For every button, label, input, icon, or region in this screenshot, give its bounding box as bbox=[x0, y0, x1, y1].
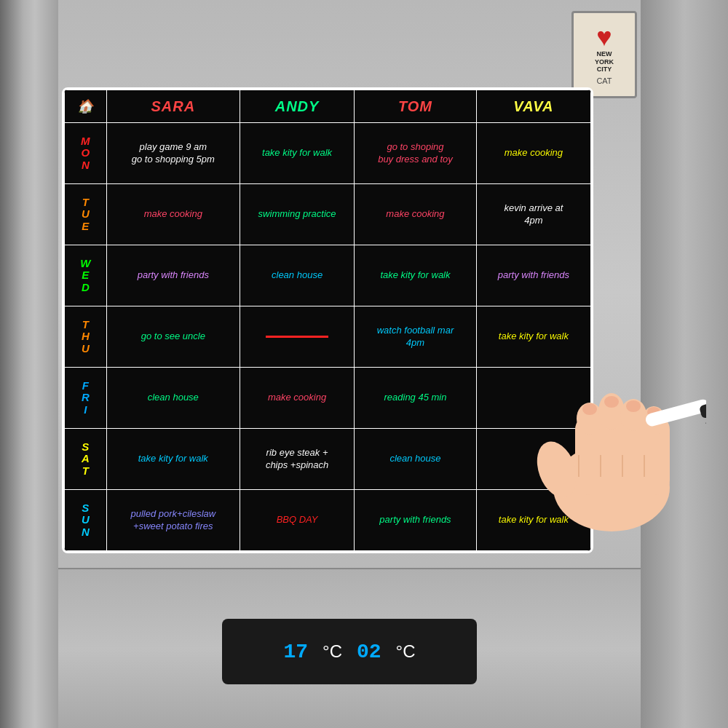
cell-sun-andy: BBQ DAY bbox=[240, 490, 354, 551]
table-row: TUEmake cookingswimming practicemake coo… bbox=[65, 184, 591, 245]
cell-sat-sara: take kity for walk bbox=[106, 429, 240, 490]
cell-fri-andy: make cooking bbox=[240, 368, 354, 429]
nyc-text: NEWYORKCITY bbox=[595, 50, 614, 74]
cell-thu-andy bbox=[240, 306, 354, 368]
cell-sun-sara: pulled pork+cileslaw+sweet potato fires bbox=[106, 490, 240, 551]
cell-sat-andy: rib eye steak +chips +spinach bbox=[240, 429, 354, 490]
cell-thu-sara: go to see uncle bbox=[106, 306, 240, 368]
table-header-row: 🏠 SARA ANDY TOM VAVA bbox=[65, 90, 591, 123]
heart-icon: ♥ bbox=[596, 24, 612, 50]
table-row: SUNpulled pork+cileslaw+sweet potato fir… bbox=[65, 490, 591, 551]
cell-fri-tom: reading 45 min bbox=[355, 368, 477, 429]
header-sara: SARA bbox=[106, 90, 240, 123]
cell-thu-tom: watch football mar4pm bbox=[355, 306, 477, 368]
temp-display-1: 17 bbox=[283, 641, 308, 663]
cat-text: CAT bbox=[596, 76, 612, 85]
cell-fri-vava bbox=[476, 368, 590, 429]
table-row: THUgo to see unclewatch football mar4pmt… bbox=[65, 306, 591, 368]
day-label-fri: FRI bbox=[65, 368, 107, 429]
schedule-table: 🏠 SARA ANDY TOM VAVA MONplay game 9 amgo… bbox=[64, 90, 591, 551]
cell-tue-vava: kevin arrive at4pm bbox=[476, 184, 590, 245]
fridge-bottom-section: 17 °C 02 °C bbox=[58, 568, 641, 728]
day-label-sun: SUN bbox=[65, 490, 107, 551]
temp-separator: °C bbox=[323, 641, 342, 662]
temp-separator-2: °C bbox=[396, 641, 416, 662]
table-row: WEDparty with friendsclean housetake kit… bbox=[65, 245, 591, 306]
cell-wed-andy: clean house bbox=[240, 245, 354, 306]
day-label-wed: WED bbox=[65, 245, 107, 306]
fridge-right-edge bbox=[641, 0, 728, 728]
fridge-left-edge bbox=[0, 0, 58, 728]
header-icon-cell: 🏠 bbox=[65, 90, 107, 123]
cell-sun-tom: party with friends bbox=[355, 490, 477, 551]
table-row: FRIclean housemake cookingreading 45 min bbox=[65, 368, 591, 429]
table-row: MONplay game 9 amgo to shopping 5pmtake … bbox=[65, 123, 591, 184]
fridge-control-panel: 17 °C 02 °C bbox=[222, 619, 477, 684]
cell-wed-sara: party with friends bbox=[106, 245, 240, 306]
day-label-mon: MON bbox=[65, 123, 107, 184]
cell-tue-tom: make cooking bbox=[355, 184, 477, 245]
cell-mon-tom: go to shopingbuy dress and toy bbox=[355, 123, 477, 184]
day-label-sat: SAT bbox=[65, 429, 107, 490]
cell-wed-vava: party with friends bbox=[476, 245, 590, 306]
cell-sun-vava: take kity for walk bbox=[476, 490, 590, 551]
cell-sat-tom: clean house bbox=[355, 429, 477, 490]
nyc-poster: ♥ NEWYORKCITY CAT bbox=[571, 11, 637, 98]
cell-wed-tom: take kity for walk bbox=[355, 245, 477, 306]
board-surface: 🏠 SARA ANDY TOM VAVA MONplay game 9 amgo… bbox=[62, 87, 593, 553]
cell-mon-sara: play game 9 amgo to shopping 5pm bbox=[106, 123, 240, 184]
day-label-tue: TUE bbox=[65, 184, 107, 245]
cell-tue-sara: make cooking bbox=[106, 184, 240, 245]
schedule-board: 🏠 SARA ANDY TOM VAVA MONplay game 9 amgo… bbox=[62, 87, 593, 553]
temp-display-2: 02 bbox=[357, 641, 381, 663]
header-tom: TOM bbox=[355, 90, 477, 123]
cell-mon-andy: take kity for walk bbox=[240, 123, 354, 184]
cell-sat-vava bbox=[476, 429, 590, 490]
header-vava: VAVA bbox=[476, 90, 590, 123]
header-andy: ANDY bbox=[240, 90, 354, 123]
table-row: SATtake kity for walkrib eye steak +chip… bbox=[65, 429, 591, 490]
cell-tue-andy: swimming practice bbox=[240, 184, 354, 245]
day-label-thu: THU bbox=[65, 306, 107, 368]
cell-mon-vava: make cooking bbox=[476, 123, 590, 184]
cell-fri-sara: clean house bbox=[106, 368, 240, 429]
cell-thu-vava: take kity for walk bbox=[476, 306, 590, 368]
